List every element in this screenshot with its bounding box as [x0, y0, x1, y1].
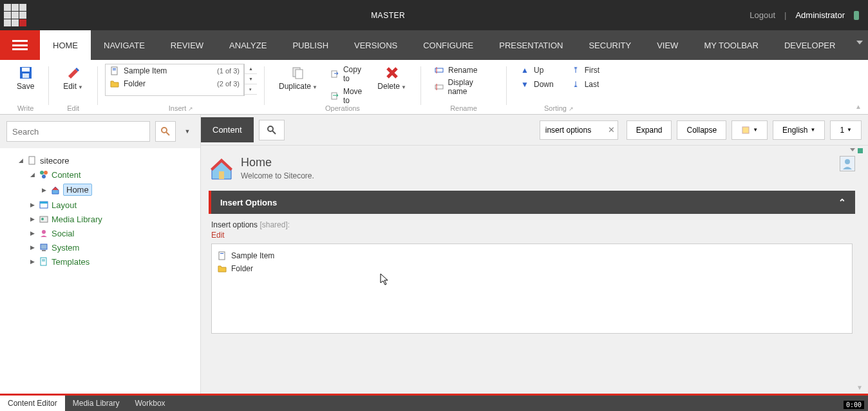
delete-button[interactable]: Delete▼ — [373, 64, 410, 92]
nav-down-icon[interactable]: ▼ — [856, 384, 863, 391]
svg-line-31 — [272, 131, 276, 134]
tree-label-system[interactable]: System — [52, 243, 79, 253]
tab-presentation[interactable]: PRESENTATION — [486, 30, 576, 60]
copyto-button[interactable]: Copy to — [328, 64, 367, 84]
section-header-insert-options[interactable]: Insert Options ⌃ — [209, 191, 855, 214]
down-button[interactable]: ▼ Down — [517, 78, 556, 91]
tree-node-sitecore[interactable]: ◢ sitecore — [4, 153, 196, 167]
ribbon-collapse-icon[interactable] — [856, 41, 863, 44]
tab-versions[interactable]: VERSIONS — [341, 30, 410, 60]
footer-tab-workbox[interactable]: Workbox — [127, 396, 173, 411]
tree-label-layout[interactable]: Layout — [52, 200, 77, 210]
footer-tab-media-library[interactable]: Media Library — [65, 396, 127, 411]
ribbon-collapse-caret-icon[interactable]: ▲ — [855, 103, 862, 110]
tab-review[interactable]: REVIEW — [158, 30, 216, 60]
tab-home[interactable]: HOME — [40, 30, 91, 60]
expand-icon[interactable]: ▶ — [28, 230, 36, 236]
profile-icon[interactable] — [840, 156, 855, 171]
content-pane: Content ✕ Expand Collapse ▼ English▼ 1▼ — [201, 115, 868, 394]
search-options-dropdown[interactable]: ▼ — [181, 128, 194, 135]
content-search-button[interactable] — [259, 120, 285, 140]
expand-icon[interactable]: ▶ — [40, 187, 48, 193]
spin-down-icon[interactable]: ▼ — [245, 74, 257, 84]
tree-node-home[interactable]: ▶ Home — [4, 182, 196, 198]
search-icon[interactable] — [155, 121, 176, 142]
search-input[interactable] — [6, 121, 150, 142]
tree-node-layout[interactable]: ▶ Layout — [4, 198, 196, 212]
insert-item-sample[interactable]: Sample Item (1 of 3) — [106, 64, 243, 77]
tree-node-media[interactable]: ▶ Media Library — [4, 212, 196, 226]
expand-icon[interactable]: ◢ — [28, 171, 36, 178]
up-button[interactable]: ▲ Up — [517, 64, 556, 77]
tab-analyze[interactable]: ANALYZE — [216, 30, 279, 60]
menu-button[interactable] — [0, 30, 40, 60]
content-body: Home Welcome to Sitecore. Insert Options… — [201, 146, 868, 394]
tree-label-content[interactable]: Content — [52, 170, 81, 180]
group-rename: Rename — [425, 104, 502, 112]
svg-point-18 — [44, 171, 48, 175]
expand-icon[interactable]: ◢ — [17, 157, 24, 164]
tree-node-templates[interactable]: ▶ Templates — [4, 254, 196, 269]
filter-input[interactable] — [540, 120, 618, 140]
tree-label-home[interactable]: Home — [63, 184, 92, 196]
expand-icon[interactable]: ▶ — [28, 258, 36, 265]
tree-label-sitecore[interactable]: sitecore — [40, 156, 70, 166]
insert-options-field[interactable]: Sample Item Folder — [211, 244, 853, 334]
nav-marker-icon — [858, 148, 863, 153]
footer-tab-content-editor[interactable]: Content Editor — [0, 396, 65, 411]
section-collapse-icon[interactable]: ⌃ — [838, 197, 846, 207]
tree-label-social[interactable]: Social — [52, 229, 74, 238]
popup-icon[interactable]: ↗ — [188, 106, 193, 112]
tree-node-social[interactable]: ▶ Social — [4, 226, 196, 240]
tree-node-system[interactable]: ▶ System — [4, 240, 196, 254]
edit-button[interactable]: Edit▼ — [59, 64, 87, 92]
tab-security[interactable]: SECURITY — [576, 30, 644, 60]
duplicate-button[interactable]: Duplicate▼ — [275, 64, 321, 92]
clear-filter-icon[interactable]: ✕ — [608, 125, 615, 135]
tree-label-templates[interactable]: Templates — [52, 257, 90, 267]
section-title: Insert Options — [220, 198, 277, 207]
tree-node-content[interactable]: ◢ Content — [4, 167, 196, 182]
expand-icon[interactable]: ▶ — [28, 244, 36, 251]
content-tab[interactable]: Content — [201, 117, 254, 142]
insert-item-folder[interactable]: Folder (2 of 3) — [106, 77, 243, 90]
tab-view[interactable]: VIEW — [644, 30, 691, 60]
tab-configure[interactable]: CONFIGURE — [410, 30, 486, 60]
avatar-icon[interactable] — [854, 11, 859, 20]
nav-up-icon[interactable] — [850, 148, 855, 153]
rename-button[interactable]: Rename — [431, 64, 480, 77]
expand-icon[interactable]: ▶ — [28, 202, 36, 208]
tab-publish[interactable]: PUBLISH — [279, 30, 341, 60]
logo-icon[interactable] — [4, 4, 26, 26]
expand-icon[interactable]: ▶ — [28, 216, 36, 222]
option-sample-item[interactable]: Sample Item — [217, 249, 847, 262]
recording-time: 0:00 — [844, 401, 864, 409]
displayname-icon — [434, 82, 444, 92]
first-button[interactable]: ⤒ First — [568, 64, 602, 77]
tree-label-media[interactable]: Media Library — [52, 215, 102, 224]
tab-developer[interactable]: DEVELOPER — [771, 30, 848, 60]
expand-button[interactable]: Expand — [627, 120, 672, 140]
spin-up-icon[interactable]: ▲ — [245, 64, 257, 74]
separator: | — [784, 10, 786, 20]
spin-more-icon[interactable]: ▾ — [245, 84, 257, 95]
tab-mytoolbar[interactable]: MY TOOLBAR — [691, 30, 771, 60]
collapse-button[interactable]: Collapse — [677, 120, 726, 140]
folder-icon — [217, 263, 227, 274]
tab-navigate[interactable]: NAVIGATE — [91, 30, 158, 60]
insert-gallery[interactable]: Sample Item (1 of 3) Folder (2 of 3) — [105, 64, 244, 96]
user-name[interactable]: Administrator — [795, 10, 845, 20]
logout-link[interactable]: Logout — [750, 10, 775, 20]
option-folder[interactable]: Folder — [217, 262, 847, 275]
moveto-button[interactable]: Move to — [328, 86, 367, 106]
insert-spinner[interactable]: ▲ ▼ ▾ — [244, 64, 257, 96]
last-button[interactable]: ⤓ Last — [568, 78, 602, 91]
displayname-button[interactable]: Display name — [431, 77, 496, 97]
notes-button[interactable]: ▼ — [731, 120, 768, 140]
save-button[interactable]: Save — [13, 64, 38, 92]
first-icon: ⤒ — [571, 65, 581, 75]
version-button[interactable]: 1▼ — [830, 120, 862, 140]
popup-icon[interactable]: ↗ — [569, 106, 574, 112]
language-button[interactable]: English▼ — [773, 120, 825, 140]
field-edit-link[interactable]: Edit — [211, 231, 853, 240]
